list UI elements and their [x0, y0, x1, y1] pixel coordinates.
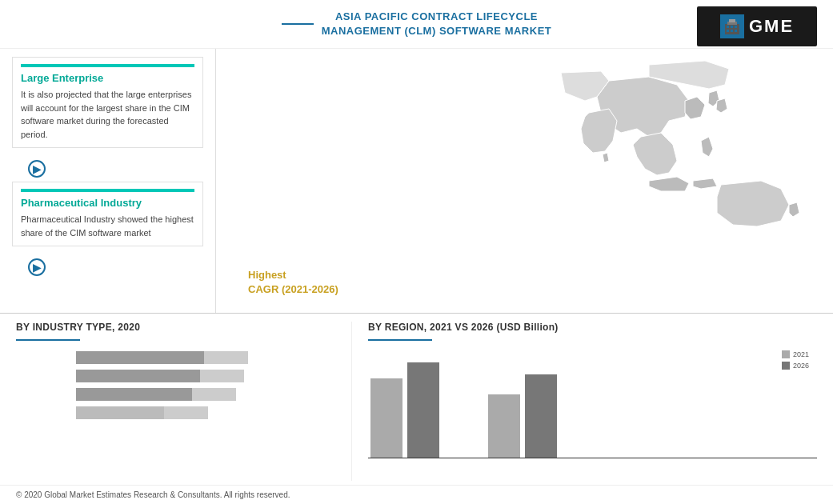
- h-bar-filled-2: [76, 370, 200, 382]
- h-bar-wrapper-1: [76, 350, 248, 365]
- right-panel: Highest CAGR (2021-2026): [216, 49, 833, 313]
- h-bar-wrapper-4: [76, 406, 208, 420]
- h-bar-filled-1: [76, 351, 204, 364]
- v-chart-area: [368, 350, 817, 462]
- info-box-title-2: Pharmaceutical Industry: [21, 197, 194, 209]
- bottom-section: BY INDUSTRY TYPE, 2020: [0, 313, 833, 489]
- info-box-header-1: [21, 64, 194, 67]
- main-content: Large Enterprise It is also projected th…: [0, 49, 833, 313]
- info-box-pharmaceutical: Pharmaceutical Industry Pharmaceutical I…: [12, 182, 203, 246]
- header-title: ASIA PACIFIC CONTRACT LIFECYCLE MANAGEME…: [322, 10, 552, 38]
- svg-rect-3: [727, 26, 729, 28]
- info-box-text-2: Pharmaceutical Industry showed the highe…: [21, 213, 194, 239]
- info-box-title-1: Large Enterprise: [21, 72, 194, 84]
- asia-pacific-map: [545, 57, 817, 233]
- building-icon: [723, 18, 741, 35]
- svg-rect-2: [729, 19, 735, 22]
- h-bar-row-2: [76, 369, 335, 383]
- h-bar-row-3: [76, 387, 335, 402]
- v-bar-1-2021: [370, 378, 402, 458]
- v-bar-2-2021: [488, 394, 520, 458]
- svg-rect-6: [727, 30, 729, 32]
- chart-region: BY REGION, 2021 VS 2026 (USD Billion) 20…: [352, 322, 817, 481]
- v-bar-1-2026: [407, 362, 439, 458]
- logo-area: GME: [697, 6, 817, 46]
- cagr-line2: CAGR (2021-2026): [248, 283, 338, 295]
- bullet-icon-1: ▶: [28, 160, 46, 178]
- logo-text: GME: [749, 16, 794, 37]
- h-bar-light-2: [200, 370, 244, 382]
- highest-cagr-label: Highest CAGR (2021-2026): [248, 268, 338, 297]
- h-bar-light-1: [204, 351, 248, 364]
- footer: © 2020 Global Market Estimates Research …: [0, 485, 833, 504]
- title-line1: ASIA PACIFIC CONTRACT LIFECYCLE: [335, 10, 538, 22]
- v-chart-baseline: [368, 458, 817, 458]
- footer-text: © 2020 Global Market Estimates Research …: [16, 490, 290, 499]
- chart-left-underline: [16, 339, 80, 341]
- chart-right-title: BY REGION, 2021 VS 2026 (USD Billion): [368, 322, 817, 333]
- header-line: [282, 23, 314, 25]
- logo-icon: [720, 14, 744, 38]
- svg-rect-8: [735, 30, 737, 32]
- v-bar-group-1: [368, 362, 442, 458]
- title-line2: MANAGEMENT (CLM) SOFTWARE MARKET: [322, 25, 552, 37]
- svg-rect-4: [731, 26, 733, 28]
- h-bar-light-3: [192, 388, 236, 401]
- v-bar-group-2: [486, 374, 559, 458]
- h-bar-filled-4: [76, 406, 164, 419]
- chart-right-underline: [368, 339, 432, 341]
- chart-industry-type: BY INDUSTRY TYPE, 2020: [16, 322, 352, 481]
- map-container: [545, 57, 817, 233]
- bullet-icon-2: ▶: [28, 258, 46, 276]
- info-box-header-2: [21, 189, 194, 192]
- left-panel: Large Enterprise It is also projected th…: [0, 49, 216, 313]
- h-bar-wrapper-3: [76, 387, 236, 402]
- svg-rect-7: [731, 30, 733, 32]
- h-bar-filled-3: [76, 388, 192, 401]
- cagr-line1: Highest: [248, 269, 286, 281]
- svg-rect-5: [735, 26, 737, 28]
- h-bar-wrapper-2: [76, 369, 244, 383]
- h-bar-light-4: [164, 406, 208, 419]
- h-bar-row-1: [76, 350, 335, 365]
- info-box-large-enterprise: Large Enterprise It is also projected th…: [12, 57, 203, 148]
- header: ASIA PACIFIC CONTRACT LIFECYCLE MANAGEME…: [0, 0, 833, 49]
- v-bar-2-2026: [525, 374, 557, 458]
- info-box-text-1: It is also projected that the large ente…: [21, 88, 194, 141]
- chart-left-title: BY INDUSTRY TYPE, 2020: [16, 322, 335, 333]
- svg-rect-0: [725, 24, 739, 34]
- h-bar-row-4: [76, 406, 335, 420]
